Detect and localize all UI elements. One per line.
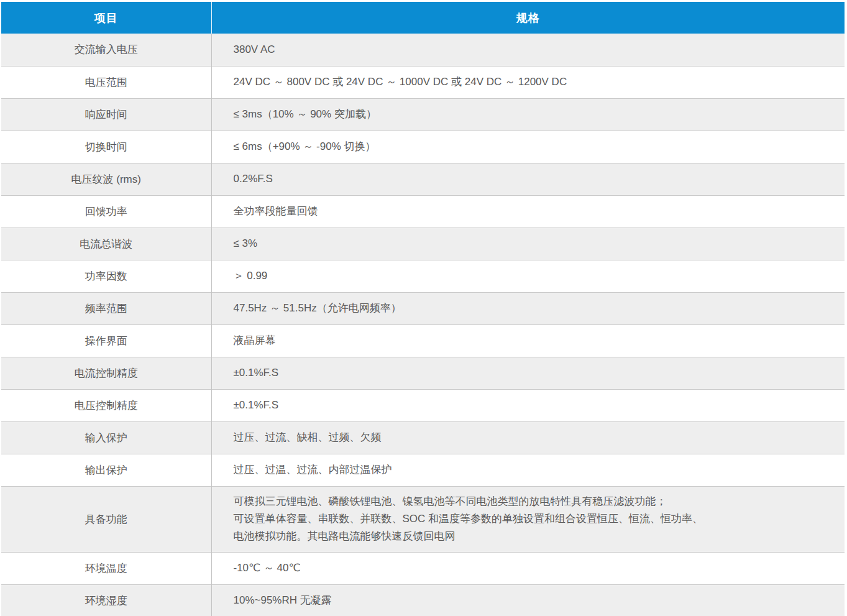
- item-cell: 回馈功率: [1, 195, 211, 228]
- spec-cell: 0.2%F.S: [211, 163, 845, 195]
- spec-table-body: 交流输入电压380V AC电压范围24V DC ～ 800V DC 或 24V …: [1, 34, 845, 616]
- table-row: 电流总谐波≤ 3%: [1, 228, 845, 260]
- spec-cell: -10℃ ～ 40℃: [211, 552, 845, 584]
- item-cell: 电流控制精度: [1, 357, 211, 389]
- spec-cell: 24V DC ～ 800V DC 或 24V DC ～ 1000V DC 或 2…: [211, 66, 845, 98]
- spec-cell: 可模拟三元锂电池、磷酸铁锂电池、镍氢电池等不同电池类型的放电特性具有稳压滤波功能…: [211, 486, 845, 552]
- header-cell-item: 项目: [1, 2, 211, 34]
- spec-cell: 全功率段能量回馈: [211, 195, 845, 228]
- table-row: 具备功能可模拟三元锂电池、磷酸铁锂电池、镍氢电池等不同电池类型的放电特性具有稳压…: [1, 486, 845, 552]
- spec-table-header: 项目 规格: [1, 2, 845, 34]
- item-cell: 响应时间: [1, 98, 211, 131]
- spec-cell: 47.5Hz ～ 51.5Hz（允许电网频率）: [211, 292, 845, 324]
- table-row: 回馈功率全功率段能量回馈: [1, 195, 845, 228]
- spec-table: 项目 规格 交流输入电压380V AC电压范围24V DC ～ 800V DC …: [1, 2, 845, 616]
- spec-cell: ≤ 3%: [211, 228, 845, 260]
- table-row: 切换时间≤ 6ms（+90% ～ -90% 切换）: [1, 131, 845, 163]
- table-row: 响应时间≤ 3ms（10% ～ 90% 突加载）: [1, 98, 845, 131]
- spec-cell: 液晶屏幕: [211, 324, 845, 357]
- item-cell: 电压范围: [1, 66, 211, 98]
- table-row: 输出保护过压、过温、过流、内部过温保护: [1, 454, 845, 486]
- table-row: 环境湿度10%~95%RH 无凝露: [1, 584, 845, 616]
- item-cell: 功率因数: [1, 260, 211, 292]
- table-row: 功率因数＞ 0.99: [1, 260, 845, 292]
- spec-cell: 10%~95%RH 无凝露: [211, 584, 845, 616]
- spec-cell: ＞ 0.99: [211, 260, 845, 292]
- spec-cell: ±0.1%F.S: [211, 389, 845, 421]
- item-cell: 操作界面: [1, 324, 211, 357]
- header-cell-spec: 规格: [211, 2, 845, 34]
- item-cell: 交流输入电压: [1, 34, 211, 66]
- spec-cell: 过压、过流、缺相、过频、欠频: [211, 421, 845, 454]
- table-row: 电压范围24V DC ～ 800V DC 或 24V DC ～ 1000V DC…: [1, 66, 845, 98]
- table-row: 输入保护过压、过流、缺相、过频、欠频: [1, 421, 845, 454]
- item-cell: 电压控制精度: [1, 389, 211, 421]
- spec-table-container: 项目 规格 交流输入电压380V AC电压范围24V DC ～ 800V DC …: [1, 2, 845, 616]
- table-row: 操作界面液晶屏幕: [1, 324, 845, 357]
- spec-cell: ±0.1%F.S: [211, 357, 845, 389]
- table-row: 电压控制精度±0.1%F.S: [1, 389, 845, 421]
- table-row: 环境温度-10℃ ～ 40℃: [1, 552, 845, 584]
- table-row: 交流输入电压380V AC: [1, 34, 845, 66]
- item-cell: 电流总谐波: [1, 228, 211, 260]
- item-cell: 环境湿度: [1, 584, 211, 616]
- spec-cell: ≤ 3ms（10% ～ 90% 突加载）: [211, 98, 845, 131]
- item-cell: 环境温度: [1, 552, 211, 584]
- item-cell: 输入保护: [1, 421, 211, 454]
- header-row: 项目 规格: [1, 2, 845, 34]
- item-cell: 具备功能: [1, 486, 211, 552]
- table-row: 电压纹波 (rms)0.2%F.S: [1, 163, 845, 195]
- item-cell: 输出保护: [1, 454, 211, 486]
- spec-cell: 380V AC: [211, 34, 845, 66]
- spec-cell: 过压、过温、过流、内部过温保护: [211, 454, 845, 486]
- item-cell: 频率范围: [1, 292, 211, 324]
- table-row: 频率范围47.5Hz ～ 51.5Hz（允许电网频率）: [1, 292, 845, 324]
- item-cell: 电压纹波 (rms): [1, 163, 211, 195]
- item-cell: 切换时间: [1, 131, 211, 163]
- spec-cell: ≤ 6ms（+90% ～ -90% 切换）: [211, 131, 845, 163]
- table-row: 电流控制精度±0.1%F.S: [1, 357, 845, 389]
